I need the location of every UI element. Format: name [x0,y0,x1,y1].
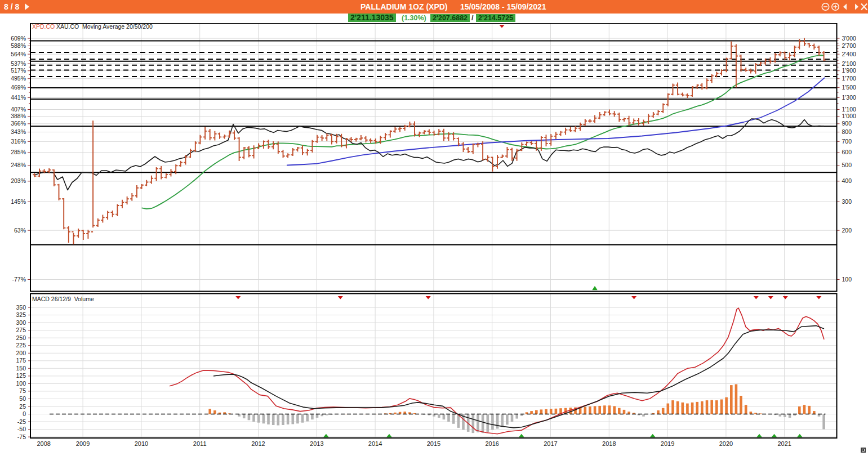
svg-text:600: 600 [842,149,852,155]
svg-text:248%: 248% [11,162,26,168]
svg-text:275: 275 [16,327,26,333]
svg-text:2020: 2020 [719,440,733,447]
svg-text:2009: 2009 [76,440,90,447]
svg-text:-50: -50 [17,426,26,432]
svg-text:300: 300 [16,319,26,326]
svg-text:2013: 2013 [310,440,323,447]
svg-text:500: 500 [842,162,852,168]
svg-text:1'100: 1'100 [842,106,857,113]
svg-text:XAU.CO Moving Average 20/50/2: XAU.CO Moving Average 20/50/200 [56,23,153,30]
svg-text:517%: 517% [11,67,26,74]
svg-text:200: 200 [842,227,852,234]
svg-text:1'700: 1'700 [842,75,857,82]
svg-text:316%: 316% [11,138,26,145]
svg-text:25: 25 [19,403,26,410]
svg-text:50: 50 [19,395,26,402]
svg-text:225: 225 [16,342,26,348]
svg-text:700: 700 [842,138,852,145]
svg-text:125: 125 [16,372,26,379]
svg-text:145%: 145% [11,198,26,205]
svg-text:2018: 2018 [602,440,616,447]
svg-text:407%: 407% [11,106,26,113]
svg-text:2014: 2014 [368,440,382,447]
svg-text:564%: 564% [11,51,26,57]
svg-text:2017: 2017 [544,440,557,447]
svg-text:203%: 203% [11,177,26,184]
svg-text:609%: 609% [11,35,26,42]
svg-text:-77%: -77% [12,276,26,283]
svg-text:2021: 2021 [777,440,791,447]
svg-text:100: 100 [16,380,26,387]
svg-text:441%: 441% [11,94,26,101]
svg-text:250: 250 [16,334,26,341]
svg-text:2'700: 2'700 [842,42,857,49]
svg-text:1'300: 1'300 [842,94,857,101]
svg-text:495%: 495% [11,75,26,82]
svg-text:285%: 285% [11,149,26,155]
svg-text:MACD 26/12/9 Volume: MACD 26/12/9 Volume [32,296,94,302]
svg-text:XPD.CO: XPD.CO [32,23,55,30]
svg-text:469%: 469% [11,84,26,91]
svg-text:588%: 588% [11,42,26,49]
svg-text:325: 325 [16,311,26,318]
svg-text:343%: 343% [11,128,26,135]
svg-text:300: 300 [842,198,852,205]
svg-text:2008: 2008 [37,440,50,447]
svg-text:400: 400 [842,177,852,184]
svg-text:75: 75 [19,387,26,394]
svg-text:150: 150 [16,365,26,372]
svg-text:100: 100 [842,276,852,283]
svg-text:2010: 2010 [135,440,148,447]
svg-text:1'900: 1'900 [842,67,857,74]
svg-text:2012: 2012 [251,440,265,447]
svg-text:1'000: 1'000 [842,113,857,119]
svg-text:366%: 366% [11,120,26,127]
svg-text:200: 200 [16,350,26,356]
svg-text:63%: 63% [14,227,26,234]
svg-text:537%: 537% [11,60,26,67]
svg-text:2'400: 2'400 [842,51,857,57]
svg-text:350: 350 [16,304,26,311]
svg-text:-75: -75 [17,433,26,440]
svg-text:2011: 2011 [193,440,207,447]
svg-text:900: 900 [842,120,852,127]
svg-text:2015: 2015 [427,440,440,447]
svg-text:800: 800 [842,128,852,135]
svg-text:175: 175 [16,357,26,364]
svg-text:3'000: 3'000 [842,35,857,42]
svg-text:1'500: 1'500 [842,84,857,91]
svg-text:0: 0 [23,410,26,417]
svg-text:388%: 388% [11,113,26,119]
svg-text:2019: 2019 [661,440,674,447]
svg-text:2'100: 2'100 [842,60,857,67]
svg-text:-25: -25 [17,418,26,425]
svg-text:2016: 2016 [485,440,498,447]
